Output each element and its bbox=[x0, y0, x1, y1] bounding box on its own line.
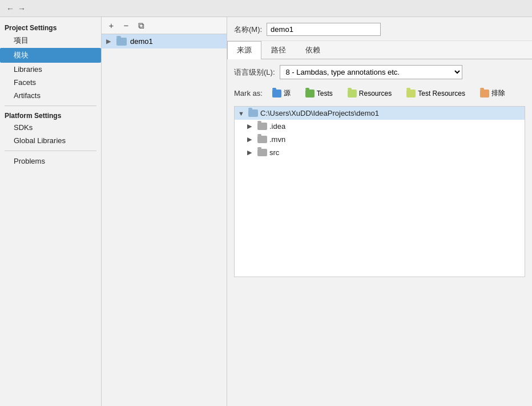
module-folder-icon bbox=[116, 38, 127, 46]
module-pane: + − ⧉ ▶ demo1 bbox=[102, 17, 227, 406]
exclude-folder-icon bbox=[480, 90, 489, 98]
lang-label: 语言级别(L): bbox=[234, 67, 275, 78]
copy-module-button[interactable]: ⧉ bbox=[135, 19, 147, 32]
name-label: 名称(M): bbox=[234, 25, 262, 35]
tree-idea-folder-icon bbox=[257, 123, 267, 130]
tree-idea-label: .idea bbox=[269, 122, 285, 131]
mark-as-label: Mark as: bbox=[234, 89, 263, 98]
mark-as-row: Mark as: 源 Tests Resources bbox=[234, 86, 525, 100]
tree-src-label: src bbox=[269, 148, 279, 157]
tree-root-chevron: ▼ bbox=[238, 110, 246, 117]
mark-resources-label: Resources bbox=[359, 90, 392, 98]
sidebar-item-global-libraries[interactable]: Global Libraries bbox=[0, 134, 101, 147]
sidebar-divider-2 bbox=[5, 151, 96, 151]
resources-folder-icon bbox=[348, 90, 357, 98]
forward-button[interactable]: → bbox=[16, 3, 27, 14]
mark-exclude-label: 排除 bbox=[491, 88, 505, 98]
tests-folder-icon bbox=[305, 90, 315, 98]
tree-root-label: C:\Users\XuDD\IdeaProjects\demo1 bbox=[260, 109, 379, 117]
mark-exclude-button[interactable]: 排除 bbox=[475, 86, 510, 100]
tree-idea-chevron: ▶ bbox=[247, 123, 255, 130]
test-resources-folder-icon bbox=[406, 90, 416, 98]
tree-src-folder-icon bbox=[257, 149, 267, 156]
tree-mvn-label: .mvn bbox=[269, 135, 285, 144]
main-container: Project Settings 项目 模块 Libraries Facets … bbox=[0, 17, 532, 406]
content-panel: 名称(M): 来源 路径 依赖 语言级别(L): 3 - Nested clas… bbox=[227, 17, 532, 406]
mark-tests-button[interactable]: Tests bbox=[300, 87, 338, 100]
sidebar-item-problems[interactable]: Problems bbox=[0, 155, 101, 168]
sidebar-item-libraries[interactable]: Libraries bbox=[0, 63, 101, 76]
right-area: + − ⧉ ▶ demo1 名称(M): 来源 路径 bbox=[102, 17, 532, 406]
name-input[interactable] bbox=[267, 23, 381, 36]
sidebar-item-project[interactable]: 项目 bbox=[0, 33, 101, 48]
tree-item-src[interactable]: ▶ src bbox=[235, 146, 525, 159]
source-folder-icon bbox=[272, 90, 281, 98]
module-item-label: demo1 bbox=[130, 37, 153, 46]
platform-settings-section: Platform Settings bbox=[0, 109, 101, 121]
tab-path[interactable]: 路径 bbox=[261, 41, 296, 59]
tree-mvn-folder-icon bbox=[257, 136, 267, 143]
sidebar: Project Settings 项目 模块 Libraries Facets … bbox=[0, 17, 102, 406]
tab-deps[interactable]: 依赖 bbox=[296, 41, 330, 59]
title-bar: ← → bbox=[0, 0, 532, 17]
tree-item-mvn[interactable]: ▶ .mvn bbox=[235, 133, 525, 146]
lang-select[interactable]: 3 - Nested classes, inner classes etc.5 … bbox=[280, 65, 462, 79]
content-body: 语言级别(L): 3 - Nested classes, inner class… bbox=[227, 59, 532, 406]
sidebar-item-artifacts[interactable]: Artifacts bbox=[0, 89, 101, 102]
sidebar-item-modules[interactable]: 模块 bbox=[0, 48, 101, 63]
project-settings-section: Project Settings bbox=[0, 22, 101, 33]
mark-tests-label: Tests bbox=[317, 90, 333, 98]
tree-mvn-chevron: ▶ bbox=[247, 136, 255, 143]
mark-test-resources-label: Test Resources bbox=[418, 90, 465, 98]
name-row: 名称(M): bbox=[227, 17, 532, 41]
add-module-button[interactable]: + bbox=[105, 19, 118, 32]
remove-module-button[interactable]: − bbox=[120, 19, 132, 32]
tree-src-chevron: ▶ bbox=[247, 149, 255, 156]
tree-item-idea[interactable]: ▶ .idea bbox=[235, 120, 525, 133]
file-tree: ▼ C:\Users\XuDD\IdeaProjects\demo1 ▶ .id… bbox=[234, 106, 525, 277]
tree-root-item[interactable]: ▼ C:\Users\XuDD\IdeaProjects\demo1 bbox=[235, 107, 525, 120]
sidebar-item-facets[interactable]: Facets bbox=[0, 76, 101, 89]
mark-test-resources-button[interactable]: Test Resources bbox=[401, 87, 470, 100]
tab-source[interactable]: 来源 bbox=[227, 41, 261, 59]
tree-root-folder-icon bbox=[248, 109, 258, 117]
lang-row: 语言级别(L): 3 - Nested classes, inner class… bbox=[234, 65, 525, 79]
module-expand-chevron: ▶ bbox=[106, 38, 113, 45]
module-item-demo1[interactable]: ▶ demo1 bbox=[102, 34, 227, 48]
sidebar-item-sdks[interactable]: SDKs bbox=[0, 121, 101, 134]
mark-source-button[interactable]: 源 bbox=[267, 86, 296, 100]
mark-source-label: 源 bbox=[284, 88, 291, 98]
tabs-bar: 来源 路径 依赖 bbox=[227, 41, 532, 59]
module-toolbar: + − ⧉ bbox=[102, 17, 227, 34]
module-list: ▶ demo1 bbox=[102, 34, 227, 406]
sidebar-divider bbox=[5, 105, 96, 106]
mark-resources-button[interactable]: Resources bbox=[342, 87, 397, 100]
back-button[interactable]: ← bbox=[5, 3, 16, 14]
